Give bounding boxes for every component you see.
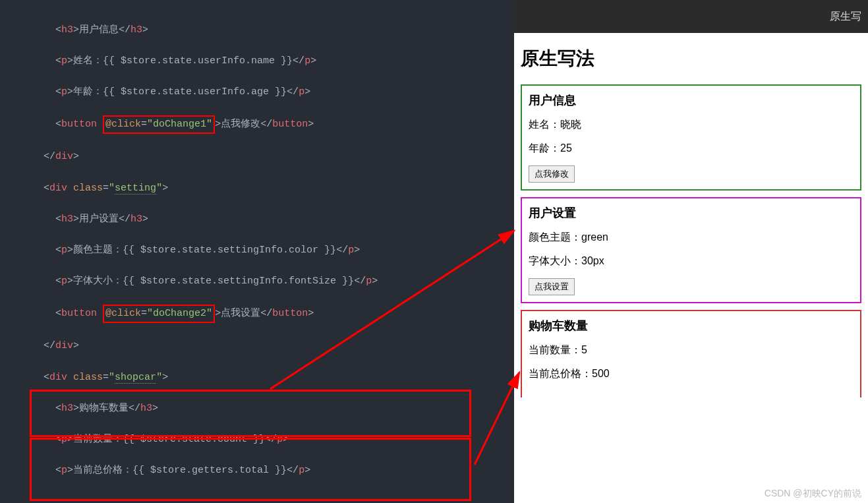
- count-label: 当前数量：5: [529, 343, 854, 357]
- watermark: CSDN @初映CY的前说: [765, 488, 861, 500]
- code-line: </div>: [20, 149, 514, 165]
- browser-preview: 原生写 原生写法 用户信息 姓名：晓晓 年龄：25 点我修改 用户设置 颜色主题…: [514, 0, 868, 503]
- code-line: <h3>用户设置</h3>: [20, 212, 514, 227]
- highlight-box-method2: [30, 438, 471, 501]
- modify-button[interactable]: 点我修改: [529, 165, 575, 183]
- font-size-label: 字体大小：30px: [529, 254, 854, 268]
- user-info-box: 用户信息 姓名：晓晓 年龄：25 点我修改: [521, 84, 861, 191]
- total-label: 当前总价格：500: [529, 367, 854, 381]
- shopcar-box: 购物车数量 当前数量：5 当前总价格：500: [521, 310, 861, 398]
- user-name-label: 姓名：晓晓: [529, 118, 854, 132]
- code-line: <div class="shopcar">: [20, 370, 514, 386]
- highlight-box: @click="doChange2": [103, 305, 215, 323]
- setting-button[interactable]: 点我设置: [529, 278, 575, 295]
- code-line: </div>: [20, 338, 514, 354]
- page-heading: 原生写法: [521, 46, 861, 71]
- code-line: <p>颜色主题：{{ $store.state.settingInfo.colo…: [20, 243, 514, 258]
- highlight-box-method1: [30, 390, 471, 437]
- code-line: <p>字体大小：{{ $store.state.settingInfo.font…: [20, 274, 514, 289]
- user-age-label: 年龄：25: [529, 142, 854, 156]
- code-editor: <h3>用户信息</h3> <p>姓名：{{ $store.state.user…: [0, 0, 514, 503]
- tab-bar: 原生写: [514, 0, 868, 33]
- highlight-box: @click="doChange1": [103, 115, 215, 134]
- code-line: <div class="setting">: [20, 181, 514, 196]
- tab-title[interactable]: 原生写: [830, 10, 861, 24]
- shopcar-title: 购物车数量: [529, 318, 854, 334]
- setting-title: 用户设置: [529, 205, 854, 221]
- code-line: <p>年龄：{{ $store.state.userInfo.age }}</p…: [20, 84, 514, 100]
- code-line: <button @click="doChange2">点我设置</button>: [20, 305, 514, 323]
- code-line: <h3>用户信息</h3>: [20, 22, 514, 38]
- code-line: <button @click="doChange1">点我修改</button>: [20, 115, 514, 134]
- setting-box: 用户设置 颜色主题：green 字体大小：30px 点我设置: [521, 197, 861, 303]
- color-theme-label: 颜色主题：green: [529, 231, 854, 245]
- user-info-title: 用户信息: [529, 92, 854, 108]
- code-line: <p>姓名：{{ $store.state.userInfo.name }}</…: [20, 53, 514, 69]
